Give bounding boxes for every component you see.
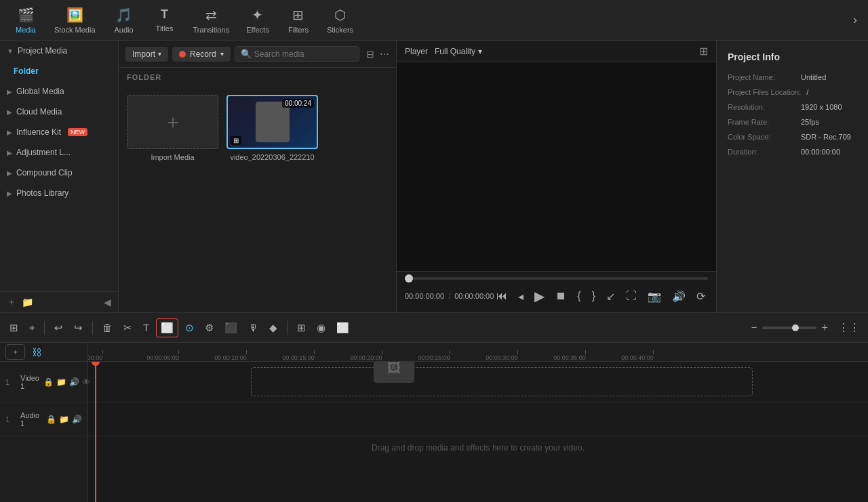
player-expand-icon[interactable]: ⊞: [699, 45, 708, 58]
sidebar-item-photos-library[interactable]: ▶ Photos Library: [0, 183, 118, 203]
transitions-icon: ⇄: [205, 7, 217, 23]
mark-out-button[interactable]: }: [589, 287, 598, 305]
green-screen-button[interactable]: ⊙: [181, 319, 198, 337]
sidebar-label-compound: Compound Clip: [16, 168, 73, 177]
audio-track-label: 1 Audio 1 🔒 📁 🔊: [0, 402, 87, 436]
progress-track[interactable]: [405, 277, 708, 280]
add-media-icon[interactable]: ＋: [7, 296, 16, 308]
video-clip-item[interactable]: 00:00:24 ⊞ video_20220306_222210: [226, 95, 318, 161]
nav-more-button[interactable]: ›: [848, 10, 863, 30]
timeline-more-button[interactable]: ⋮⋮: [835, 318, 863, 337]
drop-zone[interactable]: 🖼 +: [251, 367, 753, 396]
sidebar-item-global-media[interactable]: ▶ Global Media: [0, 81, 118, 102]
timeline-magnet-button[interactable]: ⌖: [25, 319, 39, 337]
zoom-handle[interactable]: [792, 325, 799, 331]
audio-track-row: [88, 402, 868, 436]
project-info-title: Project Info: [728, 51, 868, 62]
video-track-row: 🖼 +: [88, 362, 868, 402]
playback-controls: ⏮ ◂ ▶ ⏹ { } ↙ ⛶ 📷 🔊 ⟳: [494, 285, 708, 307]
collapse-sidebar-icon[interactable]: ◀: [104, 297, 111, 308]
nav-item-stickers[interactable]: ⬡ Stickers: [319, 4, 361, 37]
video-thumb[interactable]: 00:00:24 ⊞: [226, 95, 318, 149]
arrow-icon-influence: ▶: [7, 129, 12, 136]
record-button[interactable]: Record ▾: [172, 47, 231, 62]
redo-button[interactable]: ↪: [70, 319, 87, 337]
speed-button[interactable]: ⚙: [201, 319, 218, 337]
nav-item-titles[interactable]: T Titles: [144, 5, 185, 35]
stop-button[interactable]: ⏹: [553, 287, 569, 305]
nav-label-transitions: Transitions: [193, 26, 229, 34]
record-label: Record: [190, 49, 216, 59]
video-track-icons: 🔒 📁 🔊 👁: [43, 377, 90, 387]
info-label-location: Project Files Location:: [728, 88, 801, 96]
add-track-button[interactable]: ＋: [5, 344, 25, 360]
nav-item-effects[interactable]: ✦ Effects: [237, 4, 278, 37]
nav-item-transitions[interactable]: ⇄ Transitions: [185, 4, 237, 37]
audio-lock-icon[interactable]: 🔒: [46, 415, 56, 424]
nav-item-media[interactable]: 🎬 Media: [5, 4, 46, 37]
nav-item-filters[interactable]: ⊞ Filters: [278, 4, 319, 37]
zoom-out-button[interactable]: －: [749, 320, 760, 335]
audio-button[interactable]: 🔊: [669, 287, 688, 306]
ruler-mark-2: 00:00:10:00: [231, 350, 263, 361]
toolbar-separator-1: [44, 321, 45, 335]
skip-back-button[interactable]: ⏮: [494, 287, 510, 305]
nav-item-stock[interactable]: 🖼️ Stock Media: [46, 4, 104, 37]
cut-button[interactable]: ✂: [119, 319, 136, 337]
multicam-button[interactable]: ⊞: [293, 319, 310, 337]
ruler-mark-3: 00:00:15:00: [298, 350, 331, 361]
sidebar-item-influence-kit[interactable]: ▶ Influence Kit NEW: [0, 122, 118, 142]
search-input[interactable]: [254, 49, 353, 59]
audio-folder-icon[interactable]: 📁: [59, 415, 69, 424]
progress-handle[interactable]: [405, 274, 413, 283]
audio-mute-icon[interactable]: 🔊: [72, 415, 82, 424]
fullscreen-button[interactable]: ⛶: [623, 287, 639, 305]
more-options-icon[interactable]: ⋯: [380, 49, 389, 60]
zoom-track[interactable]: [762, 327, 816, 329]
mark-in-button[interactable]: {: [574, 287, 583, 305]
frame-back-button[interactable]: ◂: [515, 287, 526, 306]
import-media-item[interactable]: ＋ Import Media: [127, 95, 218, 161]
video-clip-name: video_20220306_222210: [230, 153, 314, 161]
play-button[interactable]: ▶: [532, 285, 547, 307]
import-thumb[interactable]: ＋: [127, 95, 218, 149]
sidebar-item-compound-clip[interactable]: ▶ Compound Clip: [0, 163, 118, 183]
mic-button[interactable]: 🎙: [244, 319, 262, 336]
link-tracks-button[interactable]: ⛓: [29, 344, 44, 360]
info-label-framerate: Frame Rate:: [728, 118, 795, 126]
folder-icon[interactable]: 📁: [22, 297, 33, 308]
sidebar-item-folder[interactable]: Folder: [0, 61, 118, 81]
info-row-framerate: Frame Rate: 25fps: [728, 118, 868, 126]
quality-selector[interactable]: Full Quality ▾: [435, 47, 482, 56]
settings-button[interactable]: ⟳: [694, 287, 708, 306]
video-audio-icon[interactable]: 🔊: [69, 377, 79, 387]
import-button[interactable]: Import ▾: [125, 47, 168, 62]
filter-icon[interactable]: ⊟: [366, 49, 374, 60]
zoom-in-button[interactable]: ＋: [819, 320, 830, 335]
sidebar-item-cloud-media[interactable]: ▶ Cloud Media: [0, 102, 118, 122]
audio-track-button[interactable]: ⬛: [220, 319, 241, 337]
ruler-time-3: 00:00:15:00: [282, 354, 315, 361]
keyframe-button[interactable]: ◆: [265, 319, 281, 337]
color-button[interactable]: ◉: [313, 319, 330, 337]
sidebar-item-project-media[interactable]: ▼ Project Media: [0, 41, 118, 61]
video-clip-icon: ⊞: [231, 136, 241, 145]
delete-button[interactable]: 🗑: [98, 319, 117, 336]
timeline-ruler[interactable]: 00:00 00:00:05:00 00:00:10:00 00:00:15:0…: [88, 343, 868, 362]
video-folder-icon[interactable]: 📁: [56, 377, 66, 387]
playhead[interactable]: [95, 362, 96, 502]
add-to-timeline-button[interactable]: ↙: [604, 287, 618, 306]
timeline-layout-button[interactable]: ⊞: [5, 319, 22, 337]
video-visibility-icon[interactable]: 🔒: [43, 377, 54, 387]
subtitle-button[interactable]: ⬜: [332, 319, 353, 337]
undo-button[interactable]: ↩: [50, 319, 67, 337]
progress-bar[interactable]: [405, 277, 708, 280]
sidebar-item-adjustment[interactable]: ▶ Adjustment L...: [0, 142, 118, 163]
text-button[interactable]: T: [139, 319, 153, 336]
sidebar-label-folder: Folder: [14, 66, 39, 76]
nav-item-audio[interactable]: 🎵 Audio: [104, 4, 144, 37]
nav-label-effects: Effects: [246, 26, 269, 34]
snapshot-button[interactable]: 📷: [645, 287, 664, 306]
crop-button[interactable]: ⬜: [156, 318, 178, 337]
info-row-resolution: Resolution: 1920 x 1080: [728, 103, 868, 111]
